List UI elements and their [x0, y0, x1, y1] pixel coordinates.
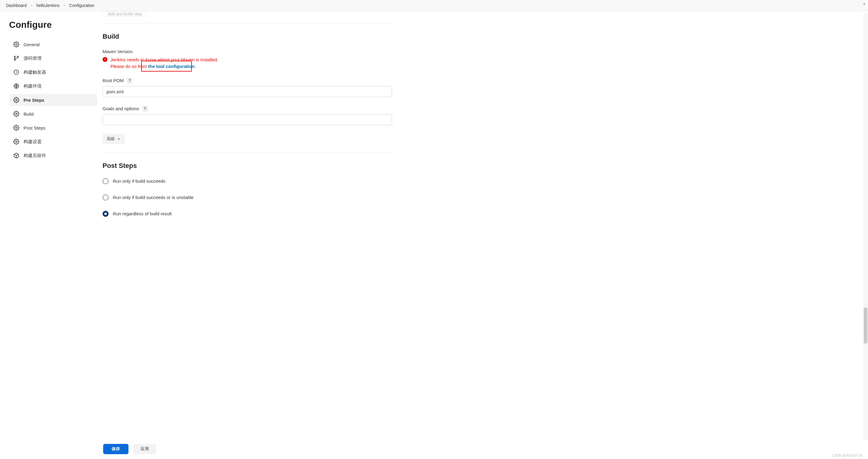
sidebar-item-label: General [24, 42, 39, 47]
error-icon: ! [102, 57, 107, 62]
package-icon [13, 152, 19, 159]
globe-icon [13, 83, 19, 89]
radio-label: Run regardless of build result [113, 211, 172, 216]
sidebar-item-label: 构建后操作 [24, 153, 46, 159]
sidebar-item-triggers[interactable]: 构建触发器 [9, 66, 97, 78]
error-suffix: . [194, 64, 196, 69]
add-pre-build-step-button[interactable]: Add pre-build step [102, 11, 147, 17]
main-content: Add pre-build step Build Maven Version !… [102, 11, 440, 457]
sidebar-item-build-settings[interactable]: 构建设置 [9, 136, 97, 148]
radio-icon [102, 195, 108, 201]
section-divider [102, 152, 392, 153]
goals-label: Goals and options ? [102, 106, 392, 112]
page-title: Configure [9, 20, 97, 30]
sidebar-nav: General 源码管理 构建触发器 构建环境 [9, 38, 97, 162]
chevron-right-icon: › [31, 3, 32, 7]
breadcrumb-item-configuration[interactable]: Configuration [69, 3, 94, 8]
sidebar-item-scm[interactable]: 源码管理 [9, 52, 97, 64]
goals-label-text: Goals and options [102, 106, 139, 111]
root-pom-label-text: Root POM [102, 78, 124, 83]
root-pom-label: Root POM ? [102, 78, 392, 84]
sidebar-item-label: Build [24, 111, 33, 117]
post-steps-radio-succeeds[interactable]: Run only if build succeeds [102, 178, 392, 184]
post-steps-radio-regardless[interactable]: Run regardless of build result [102, 211, 392, 217]
advanced-button[interactable]: 高级 [102, 134, 125, 144]
svg-point-8 [16, 127, 17, 128]
radio-label: Run only if build succeeds [113, 178, 165, 183]
svg-point-1 [14, 56, 16, 57]
sidebar-item-post-build[interactable]: 构建后操作 [9, 149, 97, 162]
sidebar-item-label: 构建设置 [24, 139, 42, 145]
error-line-2-prefix: Please do so from [111, 64, 148, 69]
sidebar-item-build[interactable]: Build [9, 108, 97, 120]
svg-point-2 [17, 56, 19, 57]
save-button[interactable]: 保存 [103, 444, 128, 454]
watermark-text: CSDN @伟大的小冰 [832, 453, 863, 457]
svg-point-6 [16, 99, 17, 101]
svg-point-7 [16, 113, 17, 115]
gear-icon [13, 125, 19, 131]
sidebar-item-label: 源码管理 [24, 56, 42, 61]
post-steps-section-title: Post Steps [102, 162, 392, 170]
svg-point-9 [16, 141, 17, 143]
scrollbar-thumb[interactable] [864, 308, 867, 344]
apply-button[interactable]: 应用 [133, 444, 156, 454]
gear-icon [13, 97, 19, 103]
scroll-up-arrow-icon: ▴ [864, 2, 865, 5]
help-icon[interactable]: ? [127, 78, 133, 84]
sidebar-item-pre-steps[interactable]: Pre Steps [9, 94, 97, 106]
breadcrumb: Dashboard › helloJenkins › Configuration… [0, 0, 868, 11]
tool-configuration-link[interactable]: the tool configuration [148, 64, 194, 69]
chevron-right-icon: › [64, 3, 65, 7]
gear-icon [13, 41, 19, 48]
advanced-button-label: 高级 [107, 136, 115, 142]
help-icon[interactable]: ? [142, 106, 148, 112]
build-section-title: Build [102, 33, 392, 40]
gear-icon [13, 139, 19, 145]
radio-label: Run only if build succeeds or is unstabl… [113, 195, 194, 200]
svg-point-0 [16, 44, 17, 45]
gear-icon [13, 111, 19, 117]
branch-icon [13, 55, 19, 61]
sidebar-item-label: Pre Steps [24, 97, 44, 103]
sidebar-item-environment[interactable]: 构建环境 [9, 80, 97, 92]
sidebar-item-label: 构建触发器 [24, 69, 46, 75]
sidebar-item-label: Post Steps [24, 125, 45, 131]
maven-error-message: ! Jenkins needs to know where your Maven… [102, 56, 392, 70]
clock-icon [13, 69, 19, 75]
chevron-down-icon [117, 137, 121, 141]
scrollbar-track[interactable] [863, 13, 868, 457]
sidebar-item-label: 构建环境 [24, 83, 42, 89]
radio-icon [102, 178, 108, 184]
breadcrumb-item-project[interactable]: helloJenkins [36, 3, 60, 8]
bottom-action-bar: 保存 应用 [102, 440, 868, 457]
error-line-1: Jenkins needs to know where your Maven i… [111, 57, 218, 62]
goals-input[interactable] [102, 114, 392, 125]
post-steps-radio-unstable[interactable]: Run only if build succeeds or is unstabl… [102, 195, 392, 201]
sidebar-item-post-steps[interactable]: Post Steps [9, 122, 97, 134]
radio-icon [102, 211, 108, 217]
maven-version-label: Maven Version [102, 49, 392, 54]
sidebar-item-general[interactable]: General [9, 38, 97, 51]
sidebar: Configure General 源码管理 构建触发器 [0, 11, 102, 457]
svg-point-3 [14, 59, 16, 60]
root-pom-input[interactable] [102, 86, 392, 97]
section-divider [102, 23, 392, 24]
breadcrumb-item-dashboard[interactable]: Dashboard [6, 3, 27, 8]
